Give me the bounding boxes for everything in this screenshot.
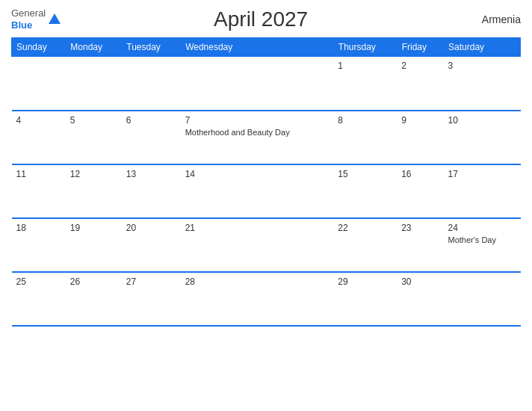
day-number: 10 [448, 115, 516, 126]
calendar-day-cell: 22 [333, 218, 397, 272]
logo-blue: Blue [11, 19, 46, 31]
day-number: 15 [338, 169, 392, 179]
calendar-day-cell [122, 57, 181, 111]
weekday-header-row: Sunday Monday Tuesday Wednesday Thursday… [12, 38, 521, 57]
day-number: 9 [401, 115, 439, 126]
day-number: 8 [338, 115, 392, 126]
day-event: Motherhood and Beauty Day [185, 128, 290, 137]
day-number: 2 [401, 61, 439, 71]
calendar-week-row: 252627282930 [12, 272, 521, 326]
calendar-day-cell: 1 [333, 57, 397, 111]
calendar-day-cell [12, 57, 66, 111]
calendar-day-cell: 23 [397, 218, 443, 272]
col-sunday: Sunday [12, 38, 66, 57]
day-number: 24 [448, 223, 516, 233]
day-number: 19 [70, 223, 117, 233]
day-number: 16 [401, 169, 439, 179]
calendar-day-cell: 5 [66, 111, 122, 164]
calendar-day-cell: 13 [122, 164, 181, 218]
calendar-day-cell: 3 [444, 57, 521, 111]
day-number: 20 [126, 223, 176, 233]
day-number: 1 [338, 61, 392, 71]
calendar-day-cell: 14 [181, 164, 334, 218]
calendar-day-cell: 9 [397, 111, 443, 164]
calendar-table: Sunday Monday Tuesday Wednesday Thursday… [11, 37, 521, 327]
calendar-day-cell: 25 [12, 272, 66, 326]
calendar-day-cell: 6 [122, 111, 181, 164]
calendar-day-cell: 30 [397, 272, 443, 326]
calendar-day-cell: 20 [122, 218, 181, 272]
calendar-day-cell: 12 [66, 164, 122, 218]
day-number: 21 [185, 223, 330, 233]
calendar-day-cell [444, 272, 521, 326]
logo-general: General [11, 7, 46, 19]
logo-triangle-icon [49, 13, 61, 24]
logo: General Blue [11, 7, 61, 31]
day-number: 12 [70, 169, 117, 179]
calendar-week-row: 123 [12, 57, 521, 111]
calendar-day-cell: 28 [181, 272, 334, 326]
calendar-day-cell [181, 57, 334, 111]
day-number: 4 [16, 115, 61, 126]
col-friday: Friday [397, 38, 443, 57]
col-saturday: Saturday [444, 38, 521, 57]
col-monday: Monday [66, 38, 122, 57]
day-number: 7 [185, 115, 330, 126]
calendar-page: General Blue April 2027 Armenia Sunday M… [0, 0, 532, 411]
header: General Blue April 2027 Armenia [11, 7, 521, 31]
day-number: 18 [16, 223, 61, 233]
calendar-day-cell: 17 [444, 164, 521, 218]
day-number: 17 [448, 169, 516, 179]
calendar-week-row: 4567Motherhood and Beauty Day8910 [12, 111, 521, 164]
calendar-day-cell: 11 [12, 164, 66, 218]
calendar-day-cell: 2 [397, 57, 443, 111]
calendar-day-cell: 16 [397, 164, 443, 218]
calendar-day-cell: 26 [66, 272, 122, 326]
calendar-day-cell: 21 [181, 218, 334, 272]
day-number: 6 [126, 115, 176, 126]
day-number: 29 [338, 276, 392, 287]
calendar-week-row: 11121314151617 [12, 164, 521, 218]
calendar-day-cell: 19 [66, 218, 122, 272]
country-label: Armenia [461, 13, 521, 25]
calendar-day-cell: 27 [122, 272, 181, 326]
calendar-day-cell: 4 [12, 111, 66, 164]
calendar-day-cell: 8 [333, 111, 397, 164]
calendar-title: April 2027 [61, 7, 461, 31]
day-number: 22 [338, 223, 392, 233]
day-number: 3 [448, 61, 516, 71]
col-thursday: Thursday [333, 38, 397, 57]
day-number: 25 [16, 276, 61, 287]
day-number: 28 [185, 276, 330, 287]
day-number: 27 [126, 276, 176, 287]
day-number: 30 [401, 276, 439, 287]
day-number: 13 [126, 169, 176, 179]
calendar-day-cell: 10 [444, 111, 521, 164]
day-event: Mother's Day [448, 235, 496, 244]
col-tuesday: Tuesday [122, 38, 181, 57]
calendar-day-cell: 18 [12, 218, 66, 272]
calendar-day-cell: 15 [333, 164, 397, 218]
calendar-day-cell: 24Mother's Day [444, 218, 521, 272]
day-number: 5 [70, 115, 117, 126]
calendar-day-cell [66, 57, 122, 111]
calendar-day-cell: 7Motherhood and Beauty Day [181, 111, 334, 164]
day-number: 26 [70, 276, 117, 287]
col-wednesday: Wednesday [181, 38, 334, 57]
day-number: 11 [16, 169, 61, 179]
calendar-day-cell: 29 [333, 272, 397, 326]
day-number: 14 [185, 169, 330, 179]
calendar-week-row: 18192021222324Mother's Day [12, 218, 521, 272]
day-number: 23 [401, 223, 439, 233]
